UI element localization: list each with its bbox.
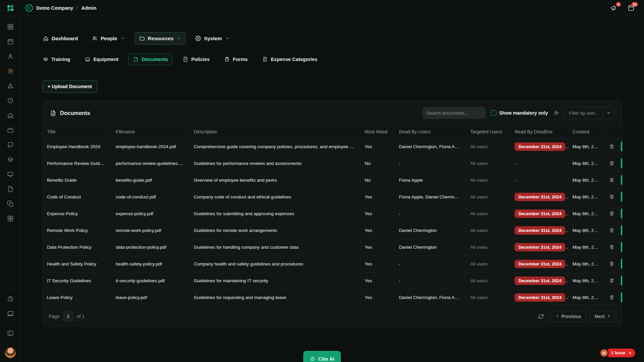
trash-icon[interactable] bbox=[607, 209, 616, 218]
user-avatar[interactable] bbox=[5, 347, 16, 358]
cell-targeted-users: All users bbox=[466, 188, 510, 205]
trash-icon[interactable] bbox=[607, 276, 616, 285]
cell-read-by-deadline: - bbox=[510, 155, 568, 172]
tab-documents[interactable]: Documents bbox=[128, 53, 173, 65]
cell-description: Guidelines for requesting and managing l… bbox=[189, 289, 360, 306]
cell-actions bbox=[604, 172, 622, 188]
document-icon[interactable] bbox=[4, 183, 16, 195]
nav-dashboard[interactable]: Dashboard bbox=[38, 32, 83, 45]
table-row[interactable]: IT Security Guidelines it-security-guide… bbox=[43, 272, 622, 289]
table-row[interactable]: Health and Safety Policy health-safety-p… bbox=[43, 255, 622, 272]
sun-icon[interactable] bbox=[4, 65, 16, 77]
cell-read-by-users: Daniel Cherrington bbox=[394, 239, 466, 255]
row-accent-button[interactable] bbox=[621, 175, 622, 185]
copy-stack-icon[interactable] bbox=[4, 198, 16, 210]
table-row[interactable]: Expense Policy expense-policy.pdf Guidel… bbox=[43, 205, 622, 222]
nav-system[interactable]: System bbox=[191, 32, 234, 45]
cell-actions bbox=[604, 239, 622, 255]
refresh-icon[interactable] bbox=[538, 313, 544, 319]
col-actions bbox=[604, 125, 622, 138]
tab-forms-label: Forms bbox=[233, 57, 248, 62]
table-row[interactable]: Employee Handbook 2024 employee-handbook… bbox=[43, 138, 622, 155]
home-icon[interactable] bbox=[4, 109, 16, 121]
row-accent-button[interactable] bbox=[621, 259, 622, 269]
tab-expense-categories[interactable]: Expense Categories bbox=[258, 53, 322, 65]
previous-page-button[interactable]: Previous bbox=[550, 311, 586, 322]
row-accent-button[interactable] bbox=[621, 208, 622, 219]
cell-description: Overview of employee benefits and perks bbox=[189, 172, 360, 188]
dashboard-grid-icon[interactable] bbox=[4, 21, 16, 33]
trash-icon[interactable] bbox=[607, 142, 616, 151]
table-row[interactable]: Performance Review Guidelines performanc… bbox=[43, 155, 622, 172]
clock-icon[interactable] bbox=[4, 95, 16, 107]
clipboard-icon bbox=[224, 57, 230, 62]
col-targeted-users: Targeted Users bbox=[466, 125, 510, 138]
table-row[interactable]: Leave Policy leave-policy.pdf Guidelines… bbox=[43, 289, 622, 306]
cell-targeted-users: All users bbox=[466, 155, 510, 172]
graduation-cap-icon[interactable] bbox=[4, 154, 16, 166]
help-circle-icon[interactable] bbox=[4, 293, 16, 305]
cell-actions bbox=[604, 289, 622, 306]
chevron-down-icon bbox=[121, 36, 125, 41]
announcements-icon[interactable]: 4 bbox=[610, 4, 618, 11]
app-logo-icon[interactable] bbox=[6, 4, 14, 12]
row-accent-button[interactable] bbox=[621, 192, 622, 202]
issue-count-label[interactable]: 1 Issue bbox=[611, 351, 625, 355]
trash-icon[interactable] bbox=[607, 259, 616, 268]
row-accent-button[interactable] bbox=[621, 292, 622, 302]
cito-ai-button[interactable]: Cito AI bbox=[303, 351, 341, 362]
chevron-right-icon bbox=[607, 314, 611, 318]
nav-people[interactable]: People bbox=[87, 32, 129, 45]
cell-read-by-users: - bbox=[394, 272, 466, 289]
filter-by-user-select[interactable]: Filter by user... bbox=[565, 107, 615, 119]
trash-icon[interactable] bbox=[607, 175, 616, 185]
panel-toggle-icon[interactable] bbox=[4, 327, 16, 339]
person-icon[interactable] bbox=[4, 50, 16, 62]
show-mandatory-checkbox[interactable] bbox=[491, 110, 496, 116]
trash-icon[interactable] bbox=[607, 242, 616, 252]
cell-description: Comprehensive guide covering company pol… bbox=[189, 138, 360, 155]
company-avatar: C bbox=[25, 4, 33, 12]
netlify-n-icon[interactable]: N bbox=[600, 349, 608, 357]
close-icon[interactable]: ✕ bbox=[628, 351, 632, 355]
chat-icon[interactable] bbox=[4, 139, 16, 151]
apps-grid-icon[interactable] bbox=[4, 213, 16, 225]
table-row[interactable]: Data Protection Policy data-protection-p… bbox=[43, 239, 622, 255]
trash-icon[interactable] bbox=[607, 159, 616, 168]
cell-read-by-users: Daniel Cherrington bbox=[394, 222, 466, 239]
row-accent-button[interactable] bbox=[621, 276, 622, 286]
tab-forms[interactable]: Forms bbox=[220, 53, 252, 65]
row-accent-button[interactable] bbox=[621, 242, 622, 252]
graduation-cap-icon bbox=[43, 57, 48, 62]
table-row[interactable]: Benefits Guide benefits-guide.pdf Overvi… bbox=[43, 172, 622, 188]
user-plus-icon bbox=[553, 110, 559, 116]
next-page-button[interactable]: Next bbox=[590, 311, 616, 322]
trash-icon[interactable] bbox=[607, 226, 616, 235]
row-accent-button[interactable] bbox=[621, 158, 622, 168]
tab-policies[interactable]: Policies bbox=[178, 53, 214, 65]
cell-read-by-users: - bbox=[394, 255, 466, 272]
tab-training[interactable]: Training bbox=[38, 53, 75, 65]
alert-triangle-icon[interactable] bbox=[4, 80, 16, 92]
trash-icon[interactable] bbox=[607, 192, 616, 201]
search-documents-input[interactable] bbox=[423, 107, 486, 119]
chevron-down-icon bbox=[603, 107, 614, 119]
nav-system-label: System bbox=[204, 36, 222, 41]
updates-icon[interactable]: 10 bbox=[628, 4, 635, 11]
cell-read-by-deadline: December 31st, 2024 bbox=[510, 255, 568, 272]
calendar-icon[interactable] bbox=[4, 36, 16, 48]
row-accent-button[interactable] bbox=[621, 141, 622, 152]
upload-document-button[interactable]: + Upload Document bbox=[42, 80, 97, 93]
trash-icon[interactable] bbox=[607, 293, 616, 302]
tab-equipment[interactable]: Equipment bbox=[80, 53, 123, 65]
previous-label: Previous bbox=[561, 314, 581, 319]
breadcrumb-company[interactable]: Demo Company bbox=[36, 5, 73, 11]
page-number-input[interactable] bbox=[63, 311, 73, 321]
briefcase-icon[interactable] bbox=[4, 124, 16, 136]
book-icon[interactable] bbox=[4, 308, 16, 320]
row-accent-button[interactable] bbox=[621, 225, 622, 235]
nav-resources[interactable]: Resources bbox=[135, 32, 186, 45]
table-row[interactable]: Remote Work Policy remote-work-policy.pd… bbox=[43, 222, 622, 239]
table-row[interactable]: Code of Conduct code-of-conduct.pdf Comp… bbox=[43, 188, 622, 205]
monitor-icon[interactable] bbox=[4, 168, 16, 180]
